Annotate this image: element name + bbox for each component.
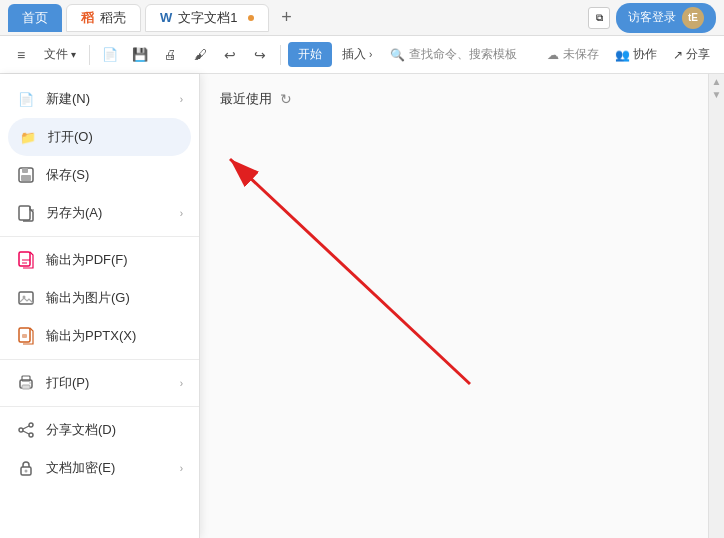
- svg-rect-4: [19, 252, 30, 266]
- svg-rect-2: [21, 175, 31, 181]
- toolbar-separator-2: [280, 45, 281, 65]
- unsaved-label: 未保存: [563, 46, 599, 63]
- right-panel: ▲ ▼: [708, 74, 724, 538]
- restore-button[interactable]: ⧉: [588, 7, 610, 29]
- menu-item-share-label: 分享文档(D): [46, 421, 116, 439]
- menu-item-save[interactable]: 保存(S): [0, 156, 199, 194]
- svg-point-17: [25, 470, 28, 473]
- search-button[interactable]: 🔍 查找命令、搜索模板: [382, 42, 525, 67]
- menu-item-encrypt[interactable]: 文档加密(E) ›: [0, 449, 199, 487]
- export-pptx-icon: [16, 326, 36, 346]
- tab-home[interactable]: 首页: [8, 4, 62, 32]
- menu-divider-3: [0, 406, 199, 407]
- svg-point-13: [29, 423, 33, 427]
- menu-item-export-pptx[interactable]: 输出为PPTX(X): [0, 317, 199, 355]
- svg-rect-11: [22, 385, 30, 389]
- tab-doc[interactable]: W 文字文档1: [145, 4, 269, 32]
- title-bar-right: ⧉ 访客登录 tE: [588, 3, 716, 33]
- new-doc-icon: 📄: [102, 47, 118, 62]
- svg-point-12: [29, 382, 31, 384]
- format-paint-icon: 🖌: [194, 47, 207, 62]
- share-button[interactable]: ↗ 分享: [667, 42, 716, 67]
- svg-point-15: [19, 428, 23, 432]
- format-paint-icon-button[interactable]: 🖌: [187, 42, 213, 68]
- recent-header: 最近使用 ↻: [220, 90, 688, 108]
- file-label: 文件: [44, 46, 68, 63]
- menu-item-export-img[interactable]: 输出为图片(G): [0, 279, 199, 317]
- collab-button[interactable]: 👥 协作: [609, 42, 663, 67]
- undo-icon: ↩: [224, 47, 236, 63]
- share-menu-icon: [16, 420, 36, 440]
- encrypt-icon: [16, 458, 36, 478]
- new-arrow-icon: ›: [180, 94, 183, 105]
- undo-button[interactable]: ↩: [217, 42, 243, 68]
- new-tab-button[interactable]: +: [273, 4, 301, 32]
- scroll-up-icon[interactable]: ▲: [712, 76, 722, 87]
- menu-item-saveas[interactable]: 另存为(A) ›: [0, 194, 199, 232]
- cloud-icon: ☁: [547, 48, 559, 62]
- menu-item-print[interactable]: 打印(P) ›: [0, 364, 199, 402]
- tab-wps-label: 稻壳: [100, 9, 126, 27]
- visitor-label: 访客登录: [628, 9, 676, 26]
- export-pdf-icon: [16, 250, 36, 270]
- tab-wps[interactable]: 稻 稻壳: [66, 4, 141, 32]
- collab-label: 协作: [633, 46, 657, 63]
- menu-item-encrypt-label: 文档加密(E): [46, 459, 115, 477]
- menu-item-open[interactable]: 📁 打开(O): [8, 118, 191, 156]
- menu-item-new-label: 新建(N): [46, 90, 90, 108]
- svg-rect-5: [19, 292, 33, 304]
- toolbar-separator-1: [89, 45, 90, 65]
- menu-icon-button[interactable]: ≡: [8, 42, 34, 68]
- refresh-icon[interactable]: ↻: [280, 91, 292, 107]
- toolbar: ≡ 文件 ▾ 📄 💾 🖨 🖌 ↩ ↪ 开始 插入 › 🔍 查找命令、搜索模板 ☁…: [0, 36, 724, 74]
- title-bar: 首页 稻 稻壳 W 文字文档1 + ⧉ 访客登录 tE: [0, 0, 724, 36]
- menu-item-export-img-label: 输出为图片(G): [46, 289, 130, 307]
- save-icon: 💾: [132, 47, 148, 62]
- svg-point-14: [29, 433, 33, 437]
- start-tab-button[interactable]: 开始: [288, 42, 332, 67]
- unsaved-dot: [248, 15, 254, 21]
- insert-label: 插入: [342, 46, 366, 63]
- menu-item-open-label: 打开(O): [48, 128, 93, 146]
- share-icon: ↗: [673, 48, 683, 62]
- doc-icon: W: [160, 10, 172, 25]
- menu-item-save-label: 保存(S): [46, 166, 89, 184]
- tab-doc-label: 文字文档1: [178, 9, 237, 27]
- visitor-initials: tE: [688, 12, 698, 23]
- search-label: 查找命令、搜索模板: [409, 46, 517, 63]
- saveas-arrow-icon: ›: [180, 208, 183, 219]
- redo-button[interactable]: ↪: [247, 42, 273, 68]
- redo-icon: ↪: [254, 47, 266, 63]
- main-area: 📄 新建(N) › 📁 打开(O) 保存(S): [0, 74, 724, 538]
- wps-icon: 稻: [81, 9, 94, 27]
- menu-item-print-label: 打印(P): [46, 374, 89, 392]
- print-arrow-icon: ›: [180, 378, 183, 389]
- print-preview-icon: 🖨: [164, 47, 177, 62]
- insert-tab-button[interactable]: 插入 ›: [336, 42, 378, 67]
- menu-item-saveas-label: 另存为(A): [46, 204, 102, 222]
- saveas-icon: [16, 203, 36, 223]
- svg-rect-1: [22, 168, 28, 173]
- collab-icon: 👥: [615, 48, 630, 62]
- visitor-login-button[interactable]: 访客登录 tE: [616, 3, 716, 33]
- export-img-icon: [16, 288, 36, 308]
- recent-panel: 最近使用 ↻: [200, 74, 708, 538]
- encrypt-arrow-icon: ›: [180, 463, 183, 474]
- new-doc-icon-button[interactable]: 📄: [97, 42, 123, 68]
- svg-rect-8: [22, 334, 27, 338]
- save-menu-icon: [16, 165, 36, 185]
- print-preview-icon-button[interactable]: 🖨: [157, 42, 183, 68]
- unsaved-status-button[interactable]: ☁ 未保存: [541, 42, 605, 67]
- new-icon: 📄: [16, 89, 36, 109]
- search-icon: 🔍: [390, 48, 405, 62]
- menu-item-new[interactable]: 📄 新建(N) ›: [0, 80, 199, 118]
- file-menu-button[interactable]: 文件 ▾: [38, 42, 82, 67]
- menu-item-share[interactable]: 分享文档(D): [0, 411, 199, 449]
- menu-item-export-pdf[interactable]: 输出为PDF(F): [0, 241, 199, 279]
- visitor-avatar: tE: [682, 7, 704, 29]
- file-dropdown-menu: 📄 新建(N) › 📁 打开(O) 保存(S): [0, 74, 200, 538]
- save-icon-button[interactable]: 💾: [127, 42, 153, 68]
- menu-item-export-pptx-label: 输出为PPTX(X): [46, 327, 136, 345]
- start-label: 开始: [298, 47, 322, 61]
- scroll-down-icon[interactable]: ▼: [712, 89, 722, 100]
